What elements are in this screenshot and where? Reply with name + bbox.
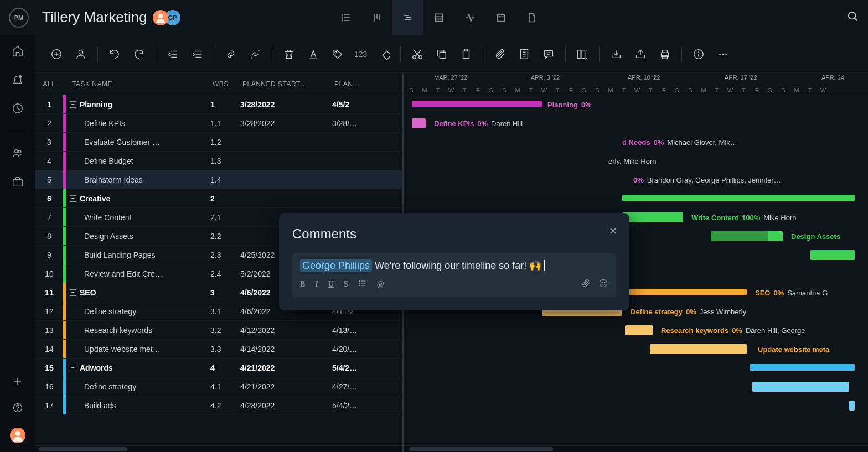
- import-icon[interactable]: [608, 46, 624, 62]
- strike-icon[interactable]: S: [344, 280, 348, 289]
- task-row[interactable]: 1 − Planning 1 3/28/2022 4/5/2: [35, 95, 402, 114]
- end-cell[interactable]: 5/4/2…: [332, 401, 402, 410]
- gantt-row[interactable]: Update website meta: [404, 340, 868, 359]
- gantt-row[interactable]: Define KPIs 0% Daren Hill: [404, 114, 868, 133]
- task-row[interactable]: 14 Update website met… 3.3 4/14/2022 4/2…: [35, 340, 402, 359]
- gantt-row[interactable]: [404, 396, 868, 415]
- paste-icon[interactable]: [458, 46, 474, 62]
- task-name-cell[interactable]: − SEO: [66, 288, 210, 297]
- underline-icon[interactable]: U: [328, 280, 334, 289]
- comment-editor[interactable]: George Phillips We're following our time…: [292, 253, 616, 297]
- task-name-cell[interactable]: − Adwords: [66, 363, 210, 372]
- end-cell[interactable]: 4/13/…: [332, 326, 402, 335]
- view-activity[interactable]: [454, 0, 485, 35]
- team-icon[interactable]: [11, 147, 24, 160]
- undo-icon[interactable]: [107, 46, 122, 62]
- member-avatars[interactable]: GP: [156, 10, 180, 25]
- delete-icon[interactable]: [281, 46, 297, 62]
- gantt-bar[interactable]: [622, 212, 683, 222]
- more-icon[interactable]: [715, 46, 731, 62]
- list-icon[interactable]: [358, 279, 367, 290]
- view-calendar[interactable]: [485, 0, 516, 35]
- task-name-cell[interactable]: Define Budget: [66, 157, 210, 165]
- user-avatar[interactable]: [10, 428, 25, 443]
- portfolio-icon[interactable]: [11, 175, 24, 189]
- end-cell[interactable]: 3/28/…: [332, 119, 402, 128]
- task-row[interactable]: 3 Evaluate Customer … 1.2: [35, 133, 402, 152]
- gantt-bar[interactable]: [412, 118, 426, 128]
- notes-icon[interactable]: [516, 46, 532, 62]
- end-cell[interactable]: 4/20/…: [332, 345, 402, 354]
- table-scrollbar[interactable]: [35, 445, 402, 452]
- gantt-bar[interactable]: [849, 401, 855, 411]
- assign-icon[interactable]: [73, 46, 89, 62]
- tag-icon[interactable]: [330, 46, 345, 62]
- export-icon[interactable]: [633, 46, 648, 62]
- gantt-row[interactable]: Planning 0%: [404, 95, 868, 114]
- collapse-icon[interactable]: −: [70, 101, 76, 108]
- task-row[interactable]: 13 Research keywords 3.2 4/12/2022 4/13/…: [35, 321, 402, 340]
- gantt-bar[interactable]: [810, 250, 855, 260]
- task-name-cell[interactable]: Write Content: [66, 213, 210, 222]
- col-start[interactable]: PLANNED START…: [242, 80, 334, 88]
- start-cell[interactable]: 4/21/2022: [240, 382, 332, 391]
- add-icon[interactable]: [11, 375, 24, 388]
- task-name-cell[interactable]: Build Landing Pages: [66, 251, 210, 259]
- collapse-icon[interactable]: −: [70, 365, 76, 371]
- cut-icon[interactable]: [410, 46, 425, 62]
- gantt-scrollbar[interactable]: [404, 445, 868, 452]
- task-name-cell[interactable]: Update website met…: [66, 345, 210, 354]
- gantt-row[interactable]: Research keywords 0% Daren Hill, George: [404, 321, 868, 340]
- milestone-icon[interactable]: [376, 46, 391, 62]
- search-button[interactable]: [847, 11, 859, 25]
- start-cell[interactable]: 4/12/2022: [240, 326, 332, 335]
- attachment-icon[interactable]: [492, 46, 508, 62]
- task-row[interactable]: 17 Build ads 4.2 4/28/2022 5/4/2…: [35, 396, 402, 415]
- notifications-icon[interactable]: [11, 73, 24, 86]
- end-cell[interactable]: 5/4/2…: [332, 363, 402, 372]
- gantt-row[interactable]: erly, Mike Horn: [404, 152, 868, 170]
- start-cell[interactable]: 4/28/2022: [240, 401, 332, 410]
- task-row[interactable]: 2 Define KPIs 1.1 3/28/2022 3/28/…: [35, 114, 402, 133]
- task-name-cell[interactable]: Evaluate Customer …: [66, 138, 210, 147]
- task-name-cell[interactable]: Research keywords: [66, 326, 210, 335]
- gantt-bar[interactable]: [625, 325, 653, 335]
- copy-icon[interactable]: [434, 46, 450, 62]
- gantt-row[interactable]: [404, 189, 868, 208]
- start-cell[interactable]: 4/21/2022: [240, 363, 332, 372]
- view-gantt[interactable]: [392, 0, 423, 35]
- view-list[interactable]: [330, 0, 361, 35]
- gantt-bar[interactable]: [711, 231, 783, 241]
- col-all[interactable]: ALL: [35, 80, 63, 88]
- start-cell[interactable]: 4/14/2022: [240, 345, 332, 354]
- mention-icon[interactable]: @: [377, 280, 384, 289]
- gantt-bar[interactable]: [622, 195, 855, 201]
- help-icon[interactable]: [11, 401, 24, 414]
- print-icon[interactable]: [657, 46, 673, 62]
- task-name-cell[interactable]: Review and Edit Cre…: [66, 269, 210, 278]
- text-color-icon[interactable]: [306, 46, 321, 62]
- task-name-cell[interactable]: − Creative: [66, 194, 210, 203]
- task-row[interactable]: 6 − Creative 2: [35, 189, 402, 208]
- task-row[interactable]: 5 Brainstorm Ideas 1.4: [35, 170, 402, 189]
- col-task[interactable]: TASK NAME: [69, 80, 213, 88]
- task-name-cell[interactable]: Design Assets: [66, 232, 210, 241]
- collapse-icon[interactable]: −: [70, 195, 76, 202]
- view-sheet[interactable]: [423, 0, 454, 35]
- collapse-icon[interactable]: −: [70, 289, 76, 296]
- task-row[interactable]: 4 Define Budget 1.3: [35, 152, 402, 170]
- gantt-bar[interactable]: [412, 101, 542, 107]
- end-cell[interactable]: 4/5/2: [332, 100, 402, 109]
- task-name-cell[interactable]: Define strategy: [66, 307, 210, 316]
- task-row[interactable]: 16 Define strategy 4.1 4/21/2022 4/27/…: [35, 377, 402, 396]
- view-board[interactable]: [361, 0, 392, 35]
- recent-icon[interactable]: [11, 102, 24, 115]
- task-name-cell[interactable]: Define strategy: [66, 382, 210, 391]
- view-files[interactable]: [516, 0, 547, 35]
- link-icon[interactable]: [223, 46, 239, 62]
- task-row[interactable]: 15 − Adwords 4 4/21/2022 5/4/2…: [35, 359, 402, 377]
- start-cell[interactable]: 3/28/2022: [240, 119, 332, 128]
- attach-icon[interactable]: [581, 278, 591, 290]
- avatar-1[interactable]: [153, 10, 168, 25]
- italic-icon[interactable]: I: [315, 280, 318, 289]
